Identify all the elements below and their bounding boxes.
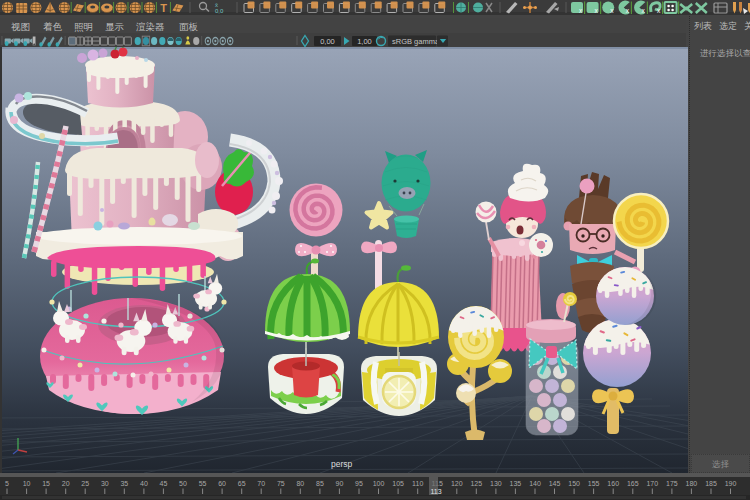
svg-text:20: 20 — [62, 480, 70, 487]
svg-text:T: T — [160, 2, 167, 14]
svg-text:45: 45 — [160, 480, 168, 487]
svg-text:sRGB gamma: sRGB gamma — [392, 37, 440, 46]
svg-text:90: 90 — [336, 480, 344, 487]
svg-text:150: 150 — [568, 480, 580, 487]
svg-text:140: 140 — [529, 480, 541, 487]
svg-text:95: 95 — [355, 480, 363, 487]
svg-text:75: 75 — [277, 480, 285, 487]
svg-text:190: 190 — [725, 480, 737, 487]
svg-text:160: 160 — [607, 480, 619, 487]
svg-text:110: 110 — [412, 480, 423, 487]
svg-text:10: 10 — [23, 480, 31, 487]
svg-text:55: 55 — [199, 480, 207, 487]
svg-text:180: 180 — [686, 480, 698, 487]
svg-text:125: 125 — [470, 480, 482, 487]
svg-text:35: 35 — [120, 480, 128, 487]
svg-text:15: 15 — [42, 480, 50, 487]
svg-text:170: 170 — [646, 480, 658, 487]
svg-text:145: 145 — [549, 480, 561, 487]
svg-text:80: 80 — [296, 480, 304, 487]
svg-text:165: 165 — [627, 480, 639, 487]
svg-text:60: 60 — [218, 480, 226, 487]
svg-text:40: 40 — [140, 480, 148, 487]
svg-text:0,00: 0,00 — [320, 37, 335, 46]
svg-text:130: 130 — [490, 480, 502, 487]
svg-text:100: 100 — [373, 480, 385, 487]
svg-text:175: 175 — [666, 480, 678, 487]
svg-text:70: 70 — [257, 480, 265, 487]
svg-text:185: 185 — [705, 480, 717, 487]
svg-text:155: 155 — [588, 480, 600, 487]
svg-text:50: 50 — [179, 480, 187, 487]
svg-text:113: 113 — [430, 488, 441, 495]
svg-text:135: 135 — [510, 480, 522, 487]
svg-text:1,00: 1,00 — [357, 37, 372, 46]
svg-text:0,0: 0,0 — [215, 8, 224, 14]
svg-text:120: 120 — [451, 480, 463, 487]
svg-text:65: 65 — [238, 480, 246, 487]
svg-text:25: 25 — [81, 480, 89, 487]
svg-text:30: 30 — [101, 480, 109, 487]
svg-text:5: 5 — [5, 480, 9, 487]
svg-text:85: 85 — [316, 480, 324, 487]
svg-text:105: 105 — [392, 480, 404, 487]
